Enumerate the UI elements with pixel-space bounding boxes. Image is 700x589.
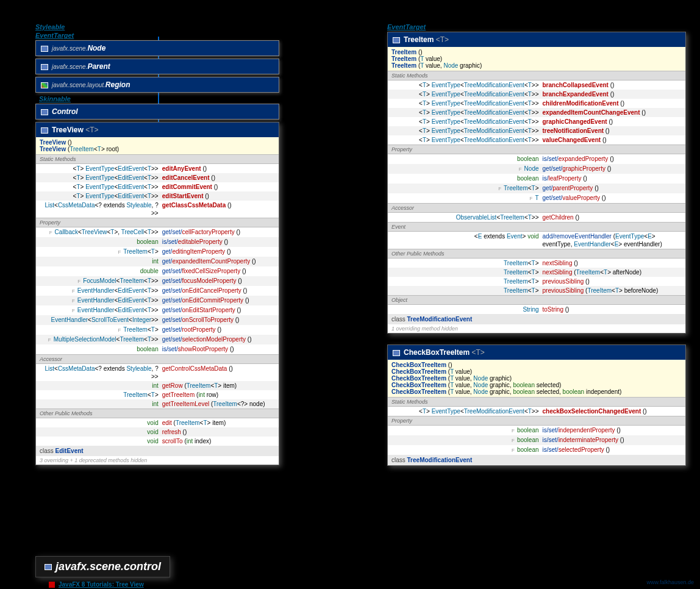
site-link[interactable]: www.falkhausen.de xyxy=(646,579,694,585)
class-header[interactable]: TreeView <T> xyxy=(36,123,279,137)
ctor: TreeItem (T value, Node graphic) xyxy=(391,62,682,69)
class-icon xyxy=(41,82,48,88)
section-evt: Event xyxy=(388,222,685,232)
method-row: TreeItem<T>getTreeItem (int row) xyxy=(36,390,279,399)
prop-row: FFocusModel<TreeItem<T>>get/set/focusMod… xyxy=(36,276,279,286)
method-row: voidrefresh () xyxy=(36,427,279,437)
left-column: Styleable EventTarget javafx.scene.Nodej… xyxy=(35,22,279,476)
method-row: ObservableList<TreeItem<T>>getChildren (… xyxy=(388,213,685,222)
ctor: TreeItem () xyxy=(391,49,682,55)
method-row: <T> EventType<TreeModificationEvent<T>>c… xyxy=(388,407,685,416)
section-static: Static Methods xyxy=(388,71,685,80)
inner-class: class TreeModificationEvent xyxy=(388,314,685,324)
method-row: <T> EventType<TreeModificationEvent<T>>e… xyxy=(388,108,685,117)
method-row: <T> EventType<TreeModificationEvent<T>>g… xyxy=(388,117,685,126)
prop-row: FTreeItem<T>get/editingItemProperty () xyxy=(36,247,279,257)
prop-row: Fbooleanis/set/selectedProperty () xyxy=(388,445,685,455)
prop-row: FEventHandler<EditEvent<T>>get/set/onEdi… xyxy=(36,296,279,305)
class-header[interactable]: CheckBoxTreeItem <T> xyxy=(388,345,685,360)
prop-row: FTreeItem<T>get/parentProperty () xyxy=(388,184,685,193)
skinnable-link[interactable]: Skinnable xyxy=(39,95,279,102)
section-opm: Other Public Methods xyxy=(36,409,279,418)
prop-row: FTreeItem<T>get/set/rootProperty () xyxy=(36,325,279,335)
prop-row: booleanis/leafProperty () xyxy=(388,174,685,184)
ctor: CheckBoxTreeItem (T value, Node graphic,… xyxy=(391,388,682,395)
method-row: <T> EventType<EditEvent<T>>editAnyEvent … xyxy=(36,164,279,173)
right-column: EventTarget TreeItem <T>TreeItem ()TreeI… xyxy=(387,22,686,477)
method-row: <E extends Event> voidadd/removeEventHan… xyxy=(388,232,685,249)
hier-control[interactable]: Control xyxy=(35,104,279,120)
class-icon xyxy=(41,64,48,70)
class-icon xyxy=(41,127,48,134)
prop-row: FEventHandler<EditEvent<T>>get/set/onEdi… xyxy=(36,286,279,296)
method-row: TreeItem<T>previousSibling () xyxy=(388,277,685,286)
method-row: <T> EventType<TreeModificationEvent<T>>b… xyxy=(388,80,685,90)
ctor: TreeView (TreeItem<T> root) xyxy=(40,146,275,152)
method-row: List<CssMetaData<? extends Styleable, ?>… xyxy=(36,201,279,218)
section-obj: Object xyxy=(388,295,685,305)
method-row: voidedit (TreeItem<T> item) xyxy=(36,418,279,427)
package-label: javafx.scene.control xyxy=(35,556,170,577)
constructors: CheckBoxTreeItem ()CheckBoxTreeItem (T v… xyxy=(388,360,685,397)
method-row: TreeItem<T>previousSibling (TreeItem<T> … xyxy=(388,286,685,295)
hidden-note: 3 overriding + 1 deprecated methods hidd… xyxy=(36,456,279,465)
hier-node[interactable]: javafx.scene.Node xyxy=(35,40,279,56)
ctor: CheckBoxTreeItem () xyxy=(391,362,682,368)
class-icon xyxy=(393,37,400,43)
section-acc: Accessor xyxy=(388,203,685,213)
styleable-link[interactable]: Styleable xyxy=(35,23,279,30)
method-row: TreeItem<T>nextSibling (TreeItem<T> afte… xyxy=(388,268,685,277)
class-icon xyxy=(41,109,48,115)
eventtarget-link-2[interactable]: EventTarget xyxy=(387,23,686,30)
prop-row: booleanis/set/editableProperty () xyxy=(36,237,279,247)
method-row: voidscrollTo (int index) xyxy=(36,437,279,446)
hidden-note: 1 overriding method hidden xyxy=(388,324,685,333)
constructors: TreeItem ()TreeItem (T value)TreeItem (T… xyxy=(388,47,685,71)
section-acc: Accessor xyxy=(36,354,279,364)
method-row: <T> EventType<TreeModificationEvent<T>>t… xyxy=(388,126,685,135)
method-row: StringtoString () xyxy=(388,305,685,314)
ctor: CheckBoxTreeItem (T value, Node graphic) xyxy=(391,375,682,382)
section-opm: Other Public Methods xyxy=(388,249,685,259)
prop-row: doubleget/set/fixedCellSizeProperty () xyxy=(36,266,279,276)
eventtarget-link[interactable]: EventTarget xyxy=(35,32,279,39)
method-row: List<CssMetaData<? extends Styleable, ?>… xyxy=(36,364,279,381)
oracle-icon xyxy=(49,582,55,588)
treeview-box: TreeView <T>TreeView ()TreeView (TreeIte… xyxy=(35,122,279,465)
tutorial-link[interactable]: JavaFX 8 Tutorials: Tree View xyxy=(49,581,144,588)
prop-row: booleanis/set/expandedProperty () xyxy=(388,154,685,164)
method-row: <T> EventType<EditEvent<T>>editCancelEve… xyxy=(36,173,279,182)
method-row: intgetRow (TreeItem<T> item) xyxy=(36,381,279,390)
prop-row: Fbooleanis/set/indeterminateProperty () xyxy=(388,435,685,445)
inner-class: class TreeModificationEvent xyxy=(388,455,685,465)
prop-row: FNodeget/set/graphicProperty () xyxy=(388,164,685,174)
prop-row: FMultipleSelectionModel<TreeItem<T>>get/… xyxy=(36,335,279,344)
checkboxtreeitem-box: CheckBoxTreeItem <T>CheckBoxTreeItem ()C… xyxy=(387,344,686,466)
section-static: Static Methods xyxy=(388,397,685,407)
class-header[interactable]: TreeItem <T> xyxy=(388,32,685,47)
prop-row: FCallback<TreeView<T>, TreeCell<T>>get/s… xyxy=(36,227,279,237)
section-static: Static Methods xyxy=(36,154,279,164)
prop-row: booleanis/set/showRootProperty () xyxy=(36,344,279,354)
method-row: <T> EventType<TreeModificationEvent<T>>v… xyxy=(388,135,685,145)
prop-row: Fbooleanis/set/independentProperty () xyxy=(388,426,685,435)
section-prop: Property xyxy=(388,416,685,426)
constructors: TreeView ()TreeView (TreeItem<T> root) xyxy=(36,137,279,154)
method-row: <T> EventType<TreeModificationEvent<T>>b… xyxy=(388,90,685,99)
prop-row: FEventHandler<EditEvent<T>>get/set/onEdi… xyxy=(36,305,279,315)
ctor: TreeView () xyxy=(40,139,275,146)
prop-row: FTget/set/valueProperty () xyxy=(388,193,685,203)
section-prop: Property xyxy=(36,218,279,227)
prop-row: EventHandler<ScrollToEvent<Integer>>get/… xyxy=(36,315,279,325)
class-icon xyxy=(393,350,400,356)
hier-region[interactable]: javafx.scene.layout.Region xyxy=(35,77,279,93)
class-icon xyxy=(45,564,52,570)
ctor: CheckBoxTreeItem (T value, Node graphic,… xyxy=(391,382,682,388)
hier-parent[interactable]: javafx.scene.Parent xyxy=(35,59,279,74)
prop-row: intget/expandedItemCountProperty () xyxy=(36,257,279,266)
ctor: TreeItem (T value) xyxy=(391,55,682,62)
method-row: intgetTreeItemLevel (TreeItem<?> node) xyxy=(36,399,279,409)
class-icon xyxy=(41,46,48,52)
treeitem-box: TreeItem <T>TreeItem ()TreeItem (T value… xyxy=(387,32,686,334)
section-prop: Property xyxy=(388,145,685,154)
